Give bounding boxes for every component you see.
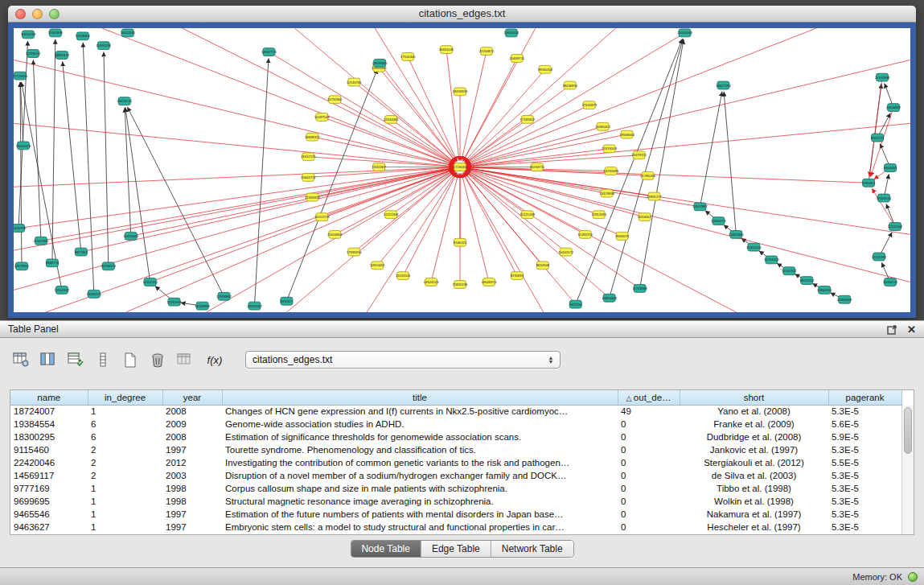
- tab-edge-table[interactable]: Edge Table: [421, 541, 491, 557]
- graph-node[interactable]: 12610651: [370, 262, 385, 270]
- table-cell[interactable]: 5.9E-5: [828, 431, 901, 443]
- table-cell[interactable]: 1997: [162, 521, 222, 534]
- table-cell[interactable]: 1: [88, 521, 162, 534]
- graph-node[interactable]: 16109998: [195, 302, 210, 310]
- table-cell[interactable]: Wolkin et al. (1998): [680, 495, 828, 508]
- graph-node[interactable]: 20409711: [510, 55, 525, 63]
- table-cell[interactable]: Corpus callosum shape and size in male p…: [222, 482, 618, 495]
- graph-node[interactable]: 16157278: [314, 213, 330, 221]
- graph-node[interactable]: 13789012: [26, 50, 41, 58]
- graph-node[interactable]: 17098887: [216, 292, 232, 300]
- column-icon[interactable]: [92, 349, 113, 371]
- graph-node[interactable]: 11708998: [632, 284, 647, 292]
- graph-node[interactable]: 18698321: [305, 133, 320, 141]
- graph-node[interactable]: 12678901: [76, 32, 91, 40]
- graph-node[interactable]: 9235893: [511, 272, 524, 280]
- graph-node[interactable]: 20679155: [631, 151, 647, 159]
- graph-node[interactable]: 15121349: [520, 211, 536, 219]
- graph-node[interactable]: 9032221: [280, 297, 294, 305]
- table-row[interactable]: 2242004622012Investigating the contribut…: [10, 456, 901, 469]
- graph-node[interactable]: 19568044: [619, 130, 634, 138]
- table-cell[interactable]: Estimation of significance thresholds fo…: [222, 431, 618, 443]
- graph-node[interactable]: 11283756: [578, 230, 593, 238]
- table-cell[interactable]: 5.3E-5: [828, 521, 901, 534]
- graph-node[interactable]: 19565358: [538, 65, 553, 73]
- graph-node[interactable]: 11431505: [396, 272, 411, 280]
- table-cell[interactable]: 5.5E-5: [828, 456, 901, 469]
- table-cell[interactable]: 1: [88, 508, 162, 521]
- graph-node[interactable]: 15820236: [453, 281, 468, 289]
- graph-node[interactable]: 9345678: [615, 232, 629, 240]
- function-builder-icon[interactable]: f(x): [201, 349, 228, 371]
- graph-node[interactable]: 10441572: [558, 248, 573, 256]
- graph-node[interactable]: 14322110: [143, 278, 158, 286]
- graph-node[interactable]: 16203443: [764, 256, 779, 264]
- graph-node[interactable]: 9234567: [638, 213, 651, 221]
- minimize-window-button[interactable]: [32, 9, 43, 19]
- table-cell[interactable]: Embryonic stem cells: a model to study s…: [222, 521, 618, 534]
- graph-node[interactable]: 18456933: [453, 88, 468, 96]
- table-cell[interactable]: Yano et al. (2008): [680, 405, 828, 418]
- graph-node[interactable]: 14405665: [729, 230, 744, 238]
- graph-node[interactable]: 16385451: [595, 122, 610, 130]
- graph-node[interactable]: 21054443: [677, 29, 692, 37]
- tab-node-table[interactable]: Node Table: [351, 541, 421, 557]
- table-cell[interactable]: 1998: [162, 482, 222, 495]
- graph-node[interactable]: 16648374: [482, 278, 497, 286]
- table-cell[interactable]: 2008: [162, 405, 222, 418]
- table-cell[interactable]: 5.3E-5: [828, 482, 901, 495]
- table-cell[interactable]: 9699695: [10, 495, 88, 508]
- graph-node[interactable]: 12101332: [872, 253, 887, 261]
- table-row[interactable]: 1872400712008Changes of HCN gene express…: [10, 405, 901, 418]
- graph-node[interactable]: 16012345: [120, 29, 135, 37]
- graph-node[interactable]: 10810009: [602, 294, 617, 302]
- table-cell[interactable]: 49: [618, 405, 680, 418]
- graph-node[interactable]: 10197533: [314, 113, 330, 122]
- graph-node[interactable]: 10303554: [877, 194, 892, 202]
- graph-node[interactable]: 22678901: [14, 262, 30, 270]
- graph-node[interactable]: 16461045: [439, 46, 454, 54]
- table-cell[interactable]: 9463627: [10, 521, 88, 534]
- table-scrollbar[interactable]: [901, 406, 914, 534]
- graph-node[interactable]: 17102332: [782, 267, 797, 275]
- graph-node[interactable]: 22544363: [384, 115, 399, 123]
- graph-node[interactable]: 15376503: [602, 145, 617, 153]
- graph-node[interactable]: 1724045: [454, 163, 467, 171]
- graph-node[interactable]: 11655443: [124, 232, 139, 240]
- table-cell[interactable]: 1998: [162, 495, 222, 508]
- table-cell[interactable]: Hescheler et al. (1997): [680, 521, 828, 534]
- table-cell[interactable]: Dudbridge et al. (2008): [680, 431, 828, 443]
- table-cell[interactable]: 6: [88, 418, 162, 431]
- table-row[interactable]: 977716911998Corpus callosum shape and si…: [10, 482, 901, 495]
- table-cell[interactable]: 1997: [162, 443, 222, 456]
- table-cell[interactable]: 1: [88, 495, 162, 508]
- graph-node[interactable]: 20633721: [117, 97, 132, 105]
- table-cell[interactable]: 2008: [162, 431, 222, 443]
- table-cell[interactable]: 14569117: [10, 469, 88, 482]
- graph-node[interactable]: 18436956: [562, 81, 577, 89]
- memory-status-indicator[interactable]: [908, 572, 918, 582]
- graph-node[interactable]: 20809009: [837, 295, 852, 303]
- graph-node[interactable]: 17123456: [14, 72, 28, 80]
- graph-node[interactable]: 15056804: [327, 230, 343, 238]
- graph-node[interactable]: 10766554: [101, 262, 116, 270]
- column-header-short[interactable]: short: [680, 390, 828, 405]
- graph-node[interactable]: 9877665: [75, 248, 88, 256]
- table-cell[interactable]: 18300295: [10, 431, 88, 443]
- new-table-icon[interactable]: [119, 349, 141, 371]
- graph-node[interactable]: 17554300: [400, 53, 416, 61]
- graph-node[interactable]: 14735098: [603, 167, 618, 175]
- table-row[interactable]: 969969511998Structural magnetic resonanc…: [10, 495, 901, 508]
- table-cell[interactable]: 5.3E-5: [828, 443, 901, 456]
- graph-node[interactable]: 17999356: [347, 248, 362, 256]
- graph-node[interactable]: 22043332: [247, 302, 262, 310]
- graph-node[interactable]: 19345678: [16, 142, 31, 150]
- table-cell[interactable]: 6: [88, 431, 162, 443]
- table-cell[interactable]: Estimation of the future numbers of pati…: [222, 508, 618, 521]
- close-window-button[interactable]: [15, 9, 26, 19]
- table-row[interactable]: 1830029562008Estimation of significance …: [10, 431, 901, 443]
- column-header-out_de[interactable]: △ out_de…: [618, 390, 680, 405]
- graph-node[interactable]: 22606887: [886, 104, 901, 112]
- table-cell[interactable]: 5.3E-5: [828, 405, 901, 418]
- table-cell[interactable]: 1: [88, 405, 162, 418]
